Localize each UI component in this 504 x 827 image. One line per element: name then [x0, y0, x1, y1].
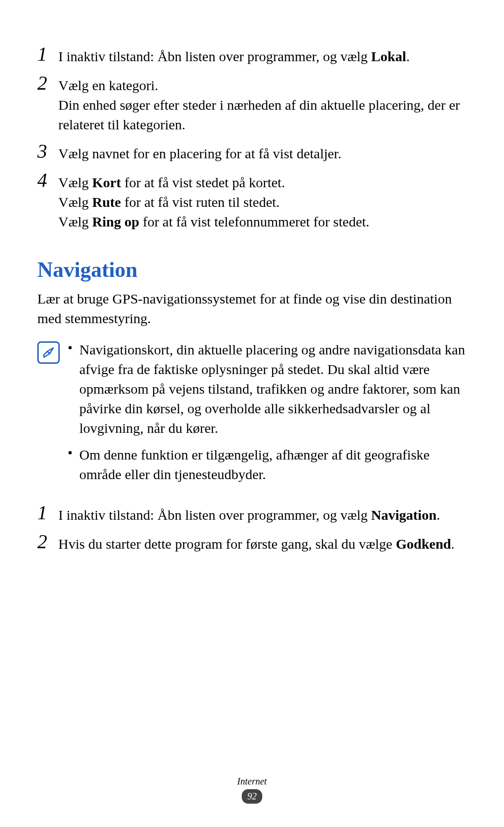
- step-item: 2 Vælg en kategori. Din enhed søger efte…: [37, 76, 467, 134]
- step-item: 1 I inaktiv tilstand: Åbn listen over pr…: [37, 505, 467, 525]
- step-content: Vælg Kort for at få vist stedet på korte…: [58, 173, 467, 232]
- step-item: 2 Hvis du starter dette program for førs…: [37, 534, 467, 554]
- step-number: 1: [37, 503, 58, 523]
- step-content: Vælg navnet for en placering for at få v…: [58, 144, 467, 163]
- step-suffix: .: [451, 536, 455, 551]
- step-item: 4 Vælg Kort for at få vist stedet på kor…: [37, 173, 467, 232]
- step-text: Vælg navnet for en placering for at få v…: [58, 146, 341, 161]
- step-number: 1: [37, 44, 58, 64]
- step-line: Vælg Kort for at få vist stedet på korte…: [58, 173, 467, 192]
- note-icon: [37, 341, 60, 364]
- bullet-text: Om denne funktion er tilgængelig, afhæng…: [79, 445, 467, 484]
- bullet-item: • Navigationskort, din aktuelle placerin…: [68, 340, 467, 438]
- footer-category: Internet: [0, 776, 504, 787]
- step-content: Hvis du starter dette program for første…: [58, 534, 467, 554]
- step-content: I inaktiv tilstand: Åbn listen over prog…: [58, 47, 467, 66]
- step-number: 3: [37, 141, 58, 161]
- page-number: 92: [242, 789, 262, 804]
- step-line: Vælg en kategori.: [58, 76, 467, 95]
- step-number: 4: [37, 170, 58, 190]
- step-text: I inaktiv tilstand: Åbn listen over prog…: [58, 507, 371, 523]
- step-item: 1 I inaktiv tilstand: Åbn listen over pr…: [37, 47, 467, 66]
- note-content: • Navigationskort, din aktuelle placerin…: [63, 340, 467, 491]
- step-item: 3 Vælg navnet for en placering for at få…: [37, 144, 467, 163]
- step-suffix: .: [406, 49, 410, 64]
- step-content: Vælg en kategori. Din enhed søger efter …: [58, 76, 467, 134]
- svg-line-0: [48, 352, 50, 354]
- step-line: Din enhed søger efter steder i nærheden …: [58, 95, 467, 134]
- intro-text: Lær at bruge GPS-navigationssystemet for…: [37, 289, 467, 328]
- bullet-text: Navigationskort, din aktuelle placering …: [79, 340, 467, 438]
- bullet-item: • Om denne funktion er tilgængelig, afhæ…: [68, 445, 467, 484]
- footer: Internet 92: [0, 776, 504, 804]
- step-bold: Godkend: [396, 536, 451, 551]
- bullet-marker: •: [68, 445, 79, 461]
- step-bold: Lokal: [371, 49, 406, 64]
- step-text: I inaktiv tilstand: Åbn listen over prog…: [58, 49, 371, 64]
- step-line: Vælg Rute for at få vist ruten til stede…: [58, 192, 467, 212]
- note-container: • Navigationskort, din aktuelle placerin…: [37, 340, 467, 491]
- section-heading: Navigation: [37, 257, 467, 282]
- step-text: Hvis du starter dette program for første…: [58, 536, 396, 551]
- step-bold: Navigation: [371, 507, 436, 523]
- step-number: 2: [37, 532, 58, 551]
- step-number: 2: [37, 73, 58, 93]
- bullet-marker: •: [68, 340, 79, 356]
- step-line: Vælg Ring op for at få vist telefonnumme…: [58, 212, 467, 232]
- step-content: I inaktiv tilstand: Åbn listen over prog…: [58, 505, 467, 525]
- step-suffix: .: [436, 507, 440, 523]
- note-icon-wrapper: [37, 340, 63, 364]
